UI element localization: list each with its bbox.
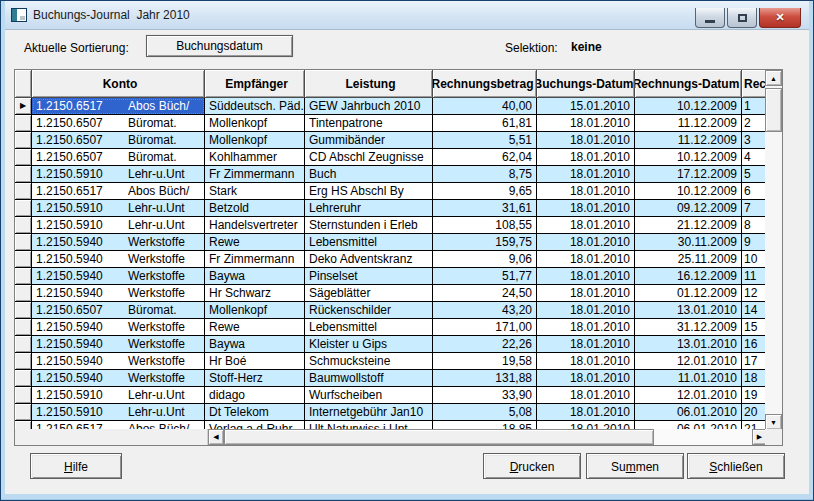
cell-re-nr[interactable]: 1	[742, 98, 767, 115]
cell-buchungs-datum[interactable]: 18.01.2010	[537, 251, 635, 268]
cell-konto[interactable]: 1.2150.5910Lehr-u.Unt	[32, 387, 205, 404]
cell-re-nr[interactable]: 12	[742, 285, 767, 302]
row-selector[interactable]	[15, 149, 32, 166]
row-selector[interactable]	[15, 200, 32, 217]
cell-leistung[interactable]: Buch	[305, 166, 433, 183]
cell-leistung[interactable]: Gummibänder	[305, 132, 433, 149]
table-row[interactable]: 1.2150.5940Werkstoffe Fr Zimmermann Deko…	[15, 251, 767, 268]
cell-empfaenger[interactable]: Baywa	[205, 336, 305, 353]
cell-empfaenger[interactable]: Fr Zimmermann	[205, 251, 305, 268]
cell-rechnungs-datum[interactable]: 06.01.2010	[635, 404, 742, 421]
header-leistung[interactable]: Leistung	[305, 70, 433, 98]
cell-konto[interactable]: 1.2150.5910Lehr-u.Unt	[32, 217, 205, 234]
header-re-nr[interactable]: Rec	[742, 70, 767, 98]
cell-buchungs-datum[interactable]: 18.01.2010	[537, 217, 635, 234]
cell-re-nr[interactable]: 14	[742, 302, 767, 319]
cell-rechnungsbetrag[interactable]: 9,65	[433, 183, 537, 200]
cell-empfaenger[interactable]: Mollenkopf	[205, 115, 305, 132]
cell-rechnungsbetrag[interactable]: 24,50	[433, 285, 537, 302]
cell-re-nr[interactable]: 15	[742, 319, 767, 336]
row-selector[interactable]	[15, 251, 32, 268]
horizontal-scroll-thumb[interactable]	[224, 429, 654, 445]
table-row[interactable]: 1.2150.5910Lehr-u.Unt Handelsvertreter S…	[15, 217, 767, 234]
cell-leistung[interactable]: Lebensmittel	[305, 319, 433, 336]
cell-konto[interactable]: 1.2150.6517Abos Büch/	[32, 183, 205, 200]
cell-konto[interactable]: 1.2150.5940Werkstoffe	[32, 285, 205, 302]
cell-leistung[interactable]: Kleister u Gips	[305, 336, 433, 353]
cell-leistung[interactable]: GEW Jahrbuch 2010	[305, 98, 433, 115]
cell-leistung[interactable]: Pinselset	[305, 268, 433, 285]
table-row[interactable]: 1.2150.5940Werkstoffe Rewe Lebensmittel …	[15, 234, 767, 251]
cell-re-nr[interactable]: 20	[742, 404, 767, 421]
cell-buchungs-datum[interactable]: 18.01.2010	[537, 302, 635, 319]
scroll-up-button[interactable]: ▲	[765, 70, 782, 86]
row-selector[interactable]	[15, 319, 32, 336]
cell-re-nr[interactable]: 19	[742, 387, 767, 404]
cell-buchungs-datum[interactable]: 18.01.2010	[537, 336, 635, 353]
header-rechnungsbetrag[interactable]: Rechnungsbetrag	[433, 70, 537, 98]
cell-buchungs-datum[interactable]: 18.01.2010	[537, 319, 635, 336]
cell-leistung[interactable]: Lebensmittel	[305, 234, 433, 251]
table-row[interactable]: 1.2150.5910Lehr-u.Unt Dt Telekom Interne…	[15, 404, 767, 421]
row-selector[interactable]	[15, 370, 32, 387]
table-row[interactable]: 1.2150.5910Lehr-u.Unt didago Wurfscheibe…	[15, 387, 767, 404]
cell-konto[interactable]: 1.2150.6507Büromat.	[32, 302, 205, 319]
cell-re-nr[interactable]: 18	[742, 370, 767, 387]
cell-leistung[interactable]: Sägeblätter	[305, 285, 433, 302]
table-row[interactable]: 1.2150.6507Büromat. Kohlhammer CD Abschl…	[15, 149, 767, 166]
cell-rechnungs-datum[interactable]: 17.12.2009	[635, 166, 742, 183]
cell-re-nr[interactable]: 4	[742, 149, 767, 166]
cell-rechnungsbetrag[interactable]: 19,58	[433, 353, 537, 370]
table-row[interactable]: 1.2150.5940Werkstoffe Hr Schwarz Sägeblä…	[15, 285, 767, 302]
table-row[interactable]: 1.2150.6507Büromat. Mollenkopf Tintenpat…	[15, 115, 767, 132]
cell-konto[interactable]: 1.2150.5910Lehr-u.Unt	[32, 200, 205, 217]
cell-re-nr[interactable]: 10	[742, 251, 767, 268]
cell-leistung[interactable]: Baumwollstoff	[305, 370, 433, 387]
cell-rechnungsbetrag[interactable]: 9,06	[433, 251, 537, 268]
cell-rechnungs-datum[interactable]: 11.12.2009	[635, 132, 742, 149]
cell-konto[interactable]: 1.2150.5910Lehr-u.Unt	[32, 166, 205, 183]
table-row[interactable]: 1.2150.5940Werkstoffe Baywa Pinselset 51…	[15, 268, 767, 285]
header-buchungs-datum[interactable]: Buchungs-Datum	[537, 70, 635, 98]
cell-rechnungsbetrag[interactable]: 171,00	[433, 319, 537, 336]
schliessen-button[interactable]: Schließen	[687, 453, 785, 479]
cell-buchungs-datum[interactable]: 18.01.2010	[537, 115, 635, 132]
cell-rechnungsbetrag[interactable]: 51,77	[433, 268, 537, 285]
cell-rechnungs-datum[interactable]: 12.01.2010	[635, 387, 742, 404]
cell-rechnungs-datum[interactable]: 09.12.2009	[635, 200, 742, 217]
row-selector[interactable]	[15, 268, 32, 285]
cell-konto[interactable]: 1.2150.5940Werkstoffe	[32, 370, 205, 387]
cell-empfaenger[interactable]: Handelsvertreter	[205, 217, 305, 234]
cell-rechnungsbetrag[interactable]: 8,75	[433, 166, 537, 183]
cell-empfaenger[interactable]: Kohlhammer	[205, 149, 305, 166]
cell-empfaenger[interactable]: Stark	[205, 183, 305, 200]
cell-leistung[interactable]: CD Abschl Zeugnisse	[305, 149, 433, 166]
cell-rechnungsbetrag[interactable]: 40,00	[433, 98, 537, 115]
vertical-scrollbar[interactable]: ▲ ▼	[765, 70, 782, 430]
row-selector[interactable]	[15, 404, 32, 421]
cell-empfaenger[interactable]: Rewe	[205, 234, 305, 251]
cell-empfaenger[interactable]: Fr Zimmermann	[205, 166, 305, 183]
cell-rechnungsbetrag[interactable]: 108,55	[433, 217, 537, 234]
row-selector[interactable]	[15, 217, 32, 234]
cell-buchungs-datum[interactable]: 18.01.2010	[537, 234, 635, 251]
table-row[interactable]: 1.2150.5910Lehr-u.Unt Fr Zimmermann Buch…	[15, 166, 767, 183]
minimize-button[interactable]	[695, 8, 725, 28]
row-selector[interactable]	[15, 285, 32, 302]
header-konto[interactable]: Konto	[32, 70, 205, 98]
cell-konto[interactable]: 1.2150.5910Lehr-u.Unt	[32, 404, 205, 421]
cell-leistung[interactable]: Rückenschilder	[305, 302, 433, 319]
cell-re-nr[interactable]: 11	[742, 268, 767, 285]
cell-buchungs-datum[interactable]: 18.01.2010	[537, 132, 635, 149]
row-selector[interactable]	[15, 353, 32, 370]
cell-rechnungs-datum[interactable]: 12.01.2010	[635, 353, 742, 370]
row-selector[interactable]	[15, 115, 32, 132]
cell-buchungs-datum[interactable]: 18.01.2010	[537, 166, 635, 183]
cell-empfaenger[interactable]: Hr Boé	[205, 353, 305, 370]
header-rechnungs-datum[interactable]: Rechnungs-Datum	[635, 70, 742, 98]
cell-empfaenger[interactable]: Rewe	[205, 319, 305, 336]
cell-buchungs-datum[interactable]: 18.01.2010	[537, 285, 635, 302]
cell-konto[interactable]: 1.2150.5940Werkstoffe	[32, 234, 205, 251]
sort-button[interactable]: Buchungsdatum	[146, 35, 293, 57]
cell-buchungs-datum[interactable]: 18.01.2010	[537, 370, 635, 387]
